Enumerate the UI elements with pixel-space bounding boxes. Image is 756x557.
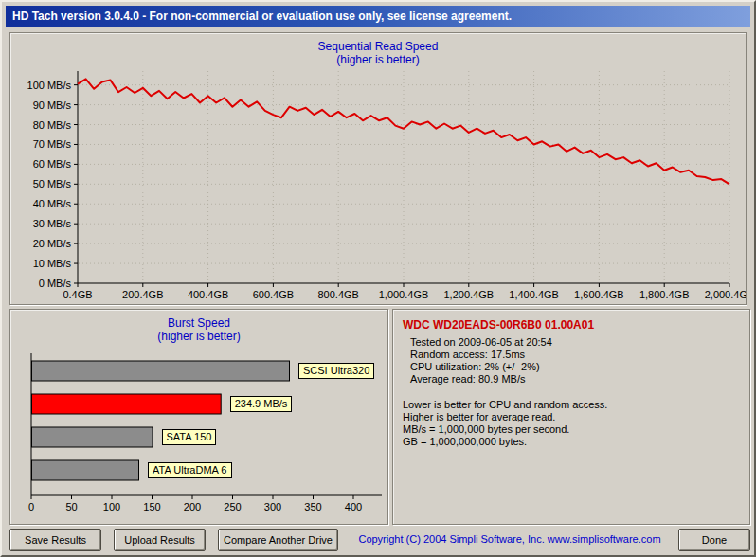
x-tick-label: 200.4GB — [122, 289, 163, 300]
hdtach-window: HD Tach version 3.0.4.0 - For non-commer… — [0, 0, 756, 557]
y-tick-label: 0 MB/s — [39, 278, 72, 289]
y-tick-label: 70 MB/s — [33, 138, 72, 150]
sequential-read-panel: 100 MB/s90 MB/s80 MB/s70 MB/s60 MB/s50 M… — [9, 32, 747, 305]
x-tick-label: 0.4GB — [63, 289, 92, 300]
info-note-line: Lower is better for CPU and random acces… — [403, 399, 740, 411]
drive-info-panel: WDC WD20EADS-00R6B0 01.00A01 Tested on 2… — [392, 309, 750, 525]
x-tick-label: 400 — [345, 501, 362, 512]
info-note-line: GB = 1,000,000,000 bytes. — [403, 436, 740, 448]
drive-stat-line: Average read: 80.9 MB/s — [410, 373, 740, 386]
y-tick-label: 20 MB/s — [33, 238, 72, 249]
burst-chart-title: Burst Speed — [10, 316, 387, 330]
compare-another-drive-button[interactable]: Compare Another Drive — [218, 529, 338, 551]
y-tick-label: 90 MB/s — [33, 99, 72, 111]
burst-bar — [32, 460, 139, 480]
x-tick-label: 1,200.4GB — [444, 289, 495, 300]
x-tick-label: 250 — [224, 501, 241, 512]
x-tick-label: 600.4GB — [253, 289, 294, 300]
x-tick-label: 50 — [65, 501, 77, 512]
info-note-line: MB/s = 1,000,000 bytes per second. — [403, 423, 740, 436]
drive-name: WDC WD20EADS-00R6B0 01.00A01 — [403, 318, 740, 332]
x-tick-label: 1,800.4GB — [639, 289, 690, 300]
window-title: HD Tach version 3.0.4.0 - For non-commer… — [12, 9, 512, 23]
x-tick-label: 200 — [184, 501, 201, 512]
burst-speed-panel: 050100150200250300350400 SCSI Ultra32023… — [9, 309, 388, 525]
sequential-chart-title: Sequential Read Speed — [10, 40, 746, 53]
x-tick-label: 300 — [264, 501, 281, 512]
title-bar[interactable]: HD Tach version 3.0.4.0 - For non-commer… — [6, 6, 750, 27]
y-tick-label: 10 MB/s — [33, 258, 72, 269]
burst-bar — [32, 394, 222, 414]
sequential-chart-subtitle: (higher is better) — [10, 53, 746, 66]
copyright-text: Copyright (C) 2004 Simpli Software, Inc.… — [351, 533, 669, 545]
y-tick-label: 40 MB/s — [33, 198, 72, 209]
x-tick-label: 0 — [28, 501, 34, 512]
drive-stats: Tested on 2009-06-05 at 20:54Random acce… — [403, 336, 740, 386]
read-speed-line — [78, 79, 729, 184]
sequential-read-chart: 100 MB/s90 MB/s80 MB/s70 MB/s60 MB/s50 M… — [10, 33, 746, 304]
drive-stat-line: Random access: 17.5ms — [410, 349, 740, 361]
y-tick-label: 30 MB/s — [33, 218, 72, 229]
y-tick-label: 60 MB/s — [33, 158, 72, 170]
x-tick-label: 150 — [143, 501, 160, 512]
burst-chart-subtitle: (higher is better) — [10, 330, 387, 343]
burst-bar — [32, 427, 153, 447]
x-tick-label: 1,600.4GB — [574, 289, 624, 300]
x-tick-label: 400.4GB — [188, 289, 228, 300]
x-tick-label: 1,000.4GB — [379, 289, 429, 300]
upload-results-button[interactable]: Upload Results — [114, 529, 206, 551]
y-tick-label: 80 MB/s — [33, 119, 72, 131]
x-tick-label: 350 — [304, 501, 321, 512]
x-tick-label: 1,400.4GB — [509, 289, 559, 300]
x-tick-label: 2,000.4GB — [705, 289, 746, 300]
info-notes: Lower is better for CPU and random acces… — [403, 399, 740, 448]
info-note-line: Higher is better for average read. — [403, 411, 740, 423]
drive-stat-line: CPU utilization: 2% (+/- 2%) — [410, 361, 740, 373]
y-tick-label: 50 MB/s — [33, 178, 72, 189]
drive-stat-line: Tested on 2009-06-05 at 20:54 — [410, 336, 740, 349]
x-tick-label: 100 — [103, 501, 120, 512]
done-button[interactable]: Done — [678, 529, 750, 551]
save-results-button[interactable]: Save Results — [9, 529, 101, 551]
y-tick-label: 100 MB/s — [27, 80, 72, 91]
x-tick-label: 800.4GB — [317, 289, 358, 300]
burst-bar — [32, 361, 290, 381]
